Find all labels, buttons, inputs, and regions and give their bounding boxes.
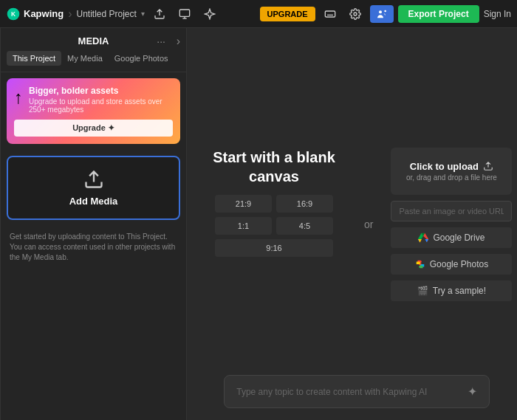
media-panel-header: MEDIA ··· › xyxy=(1,28,186,51)
google-drive-icon xyxy=(418,233,428,243)
tab-this-project[interactable]: This Project xyxy=(7,51,61,66)
ratio-grid: 21:9 16:9 1:1 4:5 9:16 xyxy=(215,195,333,257)
media-panel-title: MEDIA xyxy=(78,35,109,47)
canvas-area: Start with a blank canvas 21:9 16:9 1:1 … xyxy=(187,28,517,420)
collaborate-button[interactable] xyxy=(370,5,394,23)
tab-google-photos[interactable]: Google Photos xyxy=(109,51,174,66)
project-name: Untitled Project xyxy=(77,9,137,19)
banner-upgrade-button[interactable]: Upgrade ✦ xyxy=(14,120,173,137)
upload-options: Click to upload or, drag and drop a file… xyxy=(391,148,512,301)
ratio-4-5[interactable]: 4:5 xyxy=(276,217,333,235)
ratio-21-9[interactable]: 21:9 xyxy=(215,195,272,213)
blank-canvas-section: Start with a blank canvas 21:9 16:9 1:1 … xyxy=(202,148,346,257)
tab-my-media[interactable]: My Media xyxy=(61,51,109,66)
media-panel-close-button[interactable]: › xyxy=(177,35,180,48)
keyboard-icon-btn[interactable] xyxy=(320,4,340,24)
add-media-area[interactable]: Add Media xyxy=(7,156,180,220)
project-chevron: ▾ xyxy=(141,10,145,18)
upgrade-banner: ↑ Bigger, bolder assets Upgrade to uploa… xyxy=(7,78,180,144)
sparkle-icon: ✦ xyxy=(468,385,477,399)
banner-desc: Upgrade to upload and store assets over … xyxy=(29,97,173,114)
sample-icon: 🎬 xyxy=(417,286,428,296)
svg-rect-2 xyxy=(179,10,189,16)
main-layout: Media Layers Text Transcript Subtitles V… xyxy=(0,28,517,420)
add-media-label: Add Media xyxy=(69,196,118,207)
settings-magic-btn[interactable] xyxy=(199,4,220,24)
try-sample-button[interactable]: 🎬 Try a sample! xyxy=(391,280,512,301)
monitor-icon-btn[interactable] xyxy=(174,4,195,24)
try-sample-label: Try a sample! xyxy=(433,286,486,296)
upload-icon-btn[interactable] xyxy=(149,4,170,24)
gear-icon-btn[interactable] xyxy=(345,4,366,24)
upload-box-title: Click to upload xyxy=(410,161,479,172)
ai-input[interactable] xyxy=(236,387,462,397)
banner-title: Bigger, bolder assets xyxy=(29,86,173,96)
google-photos-button[interactable]: Google Photos xyxy=(391,254,512,275)
or-label: or xyxy=(364,218,373,230)
svg-point-7 xyxy=(379,10,382,13)
ratio-9-16[interactable]: 9:16 xyxy=(215,239,333,257)
media-panel-more-button[interactable]: ··· xyxy=(157,35,165,47)
breadcrumb-separator: › xyxy=(68,7,72,21)
url-input[interactable] xyxy=(391,201,512,221)
logo: K Kapwing xyxy=(6,7,64,21)
export-button[interactable]: Export Project xyxy=(398,5,479,23)
topbar: K Kapwing › Untitled Project ▾ UPGRADE E… xyxy=(0,0,517,28)
ai-input-bar: ✦ xyxy=(224,375,490,408)
ratio-1-1[interactable]: 1:1 xyxy=(215,217,272,235)
ratio-16-9[interactable]: 16:9 xyxy=(276,195,333,213)
upload-box[interactable]: Click to upload or, drag and drop a file… xyxy=(391,148,512,195)
google-photos-icon xyxy=(415,259,425,269)
upload-box-icon xyxy=(483,161,493,171)
google-drive-label: Google Drive xyxy=(433,233,485,243)
upgrade-button[interactable]: UPGRADE xyxy=(260,7,315,21)
upload-box-subtitle: or, drag and drop a file here xyxy=(404,173,499,182)
banner-icon: ↑ xyxy=(14,86,23,108)
google-photos-label: Google Photos xyxy=(430,259,488,269)
svg-point-6 xyxy=(354,13,357,16)
svg-rect-5 xyxy=(325,11,335,17)
media-tabs: This Project My Media Google Photos xyxy=(1,51,186,72)
media-hint: Get started by uploading content to This… xyxy=(1,226,186,269)
signin-button[interactable]: Sign In xyxy=(484,9,511,19)
upload-icon xyxy=(83,169,104,190)
media-panel: MEDIA ··· › This Project My Media Google… xyxy=(1,28,187,420)
canvas-content: Start with a blank canvas 21:9 16:9 1:1 … xyxy=(202,148,512,301)
blank-canvas-title: Start with a blank canvas xyxy=(202,148,346,186)
svg-text:K: K xyxy=(11,10,16,18)
google-drive-button[interactable]: Google Drive xyxy=(391,227,512,248)
